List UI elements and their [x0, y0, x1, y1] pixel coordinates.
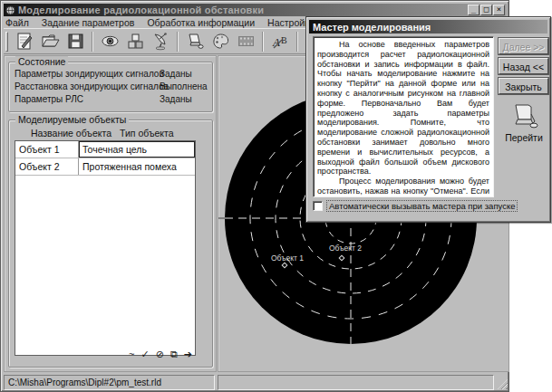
wizard-go-label: Перейти [497, 132, 551, 143]
copy-page-icon[interactable]: ⧉ [170, 349, 178, 359]
view-signals-button[interactable] [98, 30, 121, 53]
record-navigator: ~ ✓ ⊘ ⧉ ➔ [129, 349, 192, 359]
wizard-title: Мастер моделирования [313, 22, 431, 33]
toolbar-separator [92, 32, 93, 52]
menu-item-parameters[interactable]: Задание параметров [42, 17, 135, 28]
object-name-cell[interactable]: Объект 1 [15, 141, 79, 158]
media-film-icon [237, 32, 256, 51]
next-arrow-icon[interactable]: ➔ [184, 349, 192, 359]
state-label: Расстановка зондирующих сигналов [15, 81, 169, 91]
edit-icon[interactable]: ~ [129, 349, 134, 359]
table-row[interactable]: Объект 1 Точечная цель [15, 141, 195, 158]
open-file-button[interactable] [38, 30, 62, 53]
confirm-check-icon[interactable]: ✓ [140, 349, 149, 359]
object-type-cell[interactable]: Точечная цель [79, 141, 195, 158]
run-modeling-computer-icon [186, 32, 205, 51]
objects-group-title: Моделируемые объекты [15, 114, 129, 125]
status-file-path: C:\Misha\Programs\Dipl#2\pm_test.rld [4, 375, 215, 390]
state-row: Параметры зондирующих сигналов Заданы [15, 69, 208, 81]
radar-object2-label: Объект 2 [329, 244, 362, 253]
palette-button[interactable] [208, 30, 232, 53]
toolbar-separator [296, 32, 298, 52]
toolbar-separator [262, 32, 264, 52]
state-value: Заданы [160, 94, 192, 104]
wizard-close-button[interactable]: Закрыть [499, 78, 548, 94]
state-label: Параметры зондирующих сигналов [15, 69, 164, 79]
radar-params-button[interactable] [149, 30, 172, 53]
wizard-next-button[interactable]: Далее >> [499, 38, 548, 54]
radar-object1-label: Объект 1 [271, 253, 304, 263]
title-bar: Моделирование радиолокационной обстановк… [4, 4, 507, 16]
wizard-paragraph-1: На основе введенных параметров производи… [317, 40, 489, 177]
save-floppy-icon [66, 32, 85, 51]
wizard-dialog: Мастер моделирования На основе введенных… [305, 16, 551, 223]
font-ab-icon: A B [271, 32, 290, 51]
objects-group: Моделируемые объекты Название объекта Ти… [8, 120, 213, 368]
objects-table: Объект 1 Точечная цель Объект 2 Протяжен… [15, 140, 196, 356]
radar-antenna-icon [151, 32, 170, 51]
state-group: Состояние Параметры зондирующих сигналов… [8, 62, 213, 112]
wizard-go-button[interactable] [507, 103, 541, 130]
objects-button[interactable] [123, 30, 147, 53]
state-label: Параметры РЛС [15, 94, 83, 104]
object-type-cell[interactable]: Протяженная помеха [79, 158, 195, 175]
desktop: Моделирование радиолокационной обстановк… [0, 0, 552, 392]
column-header-name: Название объекта [31, 128, 111, 139]
table-row[interactable]: Объект 2 Протяженная помеха [15, 158, 195, 176]
palette-icon [211, 32, 230, 51]
menu-item-file[interactable]: Файл [5, 17, 29, 28]
new-document-icon [15, 32, 34, 51]
status-panel-secondary [218, 375, 494, 390]
object-name-cell[interactable]: Объект 2 [15, 158, 79, 175]
globe-app-icon [5, 5, 15, 15]
font-settings-button[interactable]: A B [268, 30, 292, 53]
toolbar-separator [177, 32, 179, 52]
status-bar: C:\Misha\Programs\Dipl#2\pm_test.rld [4, 375, 508, 390]
cancel-icon[interactable]: ⊘ [156, 349, 164, 359]
media-button[interactable] [234, 30, 257, 53]
wizard-text: На основе введенных параметров производи… [313, 36, 494, 197]
state-value: Заданы [160, 69, 192, 79]
left-panel: Состояние Параметры зондирующих сигналов… [4, 55, 217, 372]
column-header-type: Тип объекта [120, 128, 174, 139]
new-document-button[interactable] [13, 30, 36, 53]
eye-view-icon [101, 32, 120, 51]
wizard-title-bar: Мастер моделирования [309, 20, 547, 33]
maximize-button[interactable]: □ [480, 5, 492, 15]
toolbar-grip[interactable] [5, 32, 8, 52]
state-group-title: Состояние [15, 56, 68, 67]
state-value: Выполнена [160, 81, 208, 91]
autostart-checkbox-label[interactable]: Автоматически вызывать мастера при запус… [327, 201, 517, 211]
wizard-paragraph-2: Процесс моделирования можно будет остано… [317, 177, 489, 197]
window-title: Моделирование радиолокационной обстановк… [18, 5, 264, 15]
resize-grip[interactable] [497, 375, 508, 390]
wizard-back-button[interactable]: Назад << [499, 58, 548, 74]
state-row: Параметры РЛС Заданы [15, 94, 208, 106]
open-folder-icon [41, 32, 60, 51]
minimize-button[interactable]: _ [468, 5, 479, 15]
autostart-checkbox[interactable] [313, 201, 323, 211]
state-row: Расстановка зондирующих сигналов Выполне… [15, 81, 208, 93]
objects-cubes-icon [126, 32, 145, 51]
run-modeling-button[interactable] [183, 30, 207, 53]
go-computer-icon [507, 103, 541, 130]
save-file-button[interactable] [63, 30, 87, 53]
menu-item-processing[interactable]: Обработка информации [147, 17, 255, 28]
close-button[interactable]: × [493, 5, 505, 15]
autostart-row: Автоматически вызывать мастера при запус… [313, 201, 517, 211]
